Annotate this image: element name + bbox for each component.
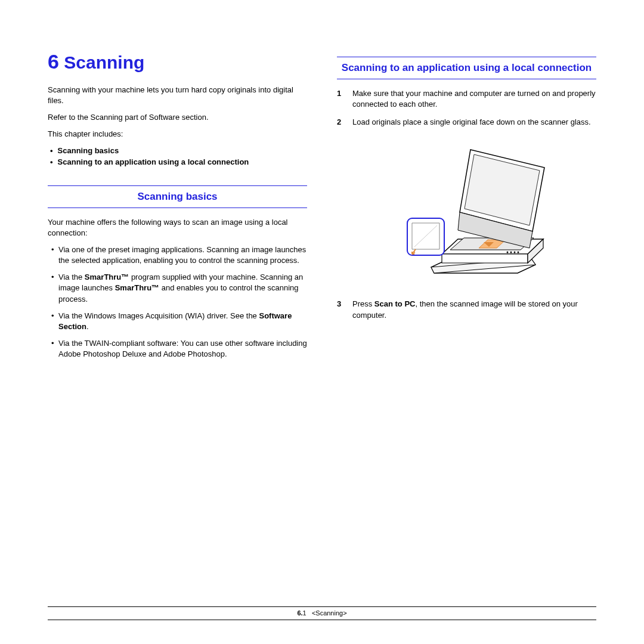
step-text: Make sure that your machine and computer… <box>352 88 596 110</box>
svg-point-1 <box>510 252 512 253</box>
step: 3 Press Scan to PC, then the scanned ima… <box>337 299 596 320</box>
toc-item[interactable]: Scanning basics <box>48 145 307 156</box>
bullet-list: Via one of the preset imaging applicatio… <box>48 244 307 360</box>
step: 2 Load originals place a single original… <box>337 117 596 128</box>
step-text: Press Scan to PC, then the scanned image… <box>352 299 596 320</box>
list-item: Via one of the preset imaging applicatio… <box>48 244 307 266</box>
toc-list: Scanning basics Scanning to an applicati… <box>48 145 307 167</box>
step-number: 1 <box>337 88 344 110</box>
chapter-title: 6 Scanning <box>48 48 307 76</box>
chapter-name: Scanning <box>64 52 144 72</box>
svg-point-3 <box>517 252 519 253</box>
intro-p3: This chapter includes: <box>48 129 307 140</box>
intro-p1: Scanning with your machine lets you turn… <box>48 85 307 106</box>
section-heading-local: Scanning to an application using a local… <box>337 57 596 79</box>
page-footer: 6.1 <Scanning> <box>48 606 596 620</box>
svg-point-0 <box>506 252 508 253</box>
list-item: Via the TWAIN-compliant software: You ca… <box>48 338 307 360</box>
intro-p2: Refer to the Scanning part of Software s… <box>48 112 307 123</box>
step-text: Load originals place a single original f… <box>352 117 591 128</box>
scanner-illustration: ↗ <box>377 135 556 290</box>
section-heading-basics: Scanning basics <box>48 185 307 208</box>
svg-text:↗: ↗ <box>411 250 416 256</box>
list-item: Via the Windows Images Acquisition (WIA)… <box>48 311 307 332</box>
list-item: Via the SmarThru™ program supplied with … <box>48 272 307 305</box>
svg-point-2 <box>513 252 515 253</box>
step-number: 3 <box>337 299 344 320</box>
section1-intro: Your machine offers the following ways t… <box>48 217 307 239</box>
step-number: 2 <box>337 117 344 128</box>
chapter-number: 6 <box>48 50 59 73</box>
toc-item[interactable]: Scanning to an application using a local… <box>48 157 307 168</box>
step: 1 Make sure that your machine and comput… <box>337 88 596 110</box>
